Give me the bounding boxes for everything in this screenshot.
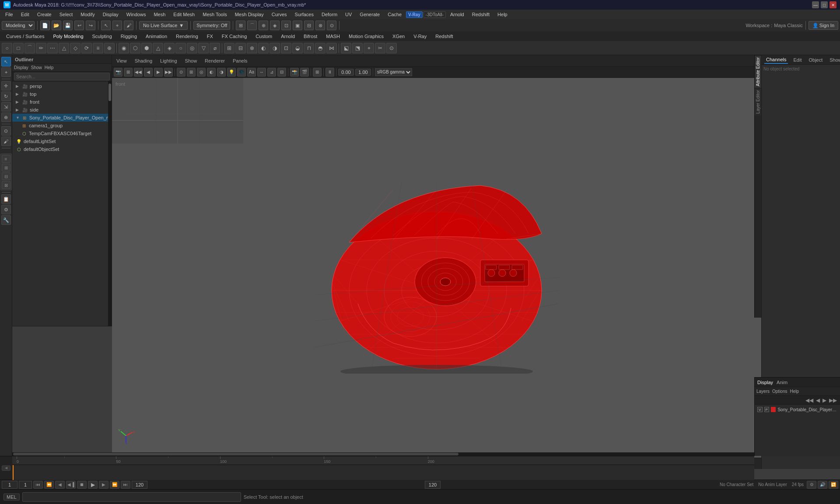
display-nav-next[interactable]: ▶	[821, 397, 828, 403]
tree-item-camera1-group[interactable]: ⊞ camera1_group	[12, 122, 112, 130]
mini-btn-3[interactable]: ⊟	[2, 172, 10, 180]
snap-curve-btn[interactable]: ⌒	[247, 21, 257, 30]
close-button[interactable]: ✕	[830, 1, 836, 8]
shelf-redshift[interactable]: Redshift	[433, 33, 455, 40]
display-tab-display[interactable]: Display	[757, 380, 773, 385]
shelf-animation[interactable]: Animation	[143, 33, 170, 40]
tree-item-persp[interactable]: ▶ 🎥 persp	[12, 82, 112, 90]
shelf-custom[interactable]: Custom	[253, 33, 275, 40]
shelf-icon-extrude[interactable]: ⊡	[281, 43, 291, 53]
shelf-icon-rotate[interactable]: ⟳	[81, 43, 92, 53]
vp-next-frame-btn[interactable]: ▶	[154, 68, 163, 77]
shelf-vray[interactable]: V-Ray	[411, 33, 429, 40]
menu-edit-mesh[interactable]: Edit Mesh	[170, 11, 198, 18]
pb-go-start-btn[interactable]: ⏮	[33, 481, 43, 489]
minimize-button[interactable]: —	[812, 1, 819, 8]
rotate-tool-left[interactable]: ↻	[1, 91, 11, 101]
shelf-icon-edge-loop[interactable]: ⬕	[341, 43, 351, 53]
shelf-icon-cone[interactable]: △	[153, 43, 163, 53]
timeline-horizontal-scroll[interactable]	[12, 452, 754, 456]
display-sub-options[interactable]: Options	[772, 389, 787, 394]
pb-stop-btn[interactable]: ⏹	[77, 481, 87, 489]
attr-editor-toggle[interactable]: ⚙	[1, 205, 11, 214]
tree-item-top[interactable]: ▶ 🎥 top	[12, 90, 112, 98]
maximize-button[interactable]: □	[821, 1, 828, 8]
shelf-sculpting[interactable]: Sculpting	[90, 33, 115, 40]
pb-next-key-btn[interactable]: ⏩	[110, 481, 119, 489]
shelf-icon-add[interactable]: ⊕	[104, 43, 115, 53]
vp-colorspace-select[interactable]: sRGB gamma	[375, 68, 412, 76]
shelf-icon-cylinder[interactable]: ⬢	[141, 43, 152, 53]
shelf-icon-dots[interactable]: ⋯	[47, 43, 58, 53]
no-live-surface-btn[interactable]: No Live Surface ▼	[139, 21, 188, 30]
display-nav-next-next[interactable]: ▶▶	[828, 397, 838, 403]
tab-edit[interactable]: Edit	[791, 56, 803, 63]
shelf-icon-fill[interactable]: ◓	[315, 43, 326, 53]
paint-sel-left[interactable]: 🖌	[1, 136, 11, 146]
pb-prev-key-btn[interactable]: ⏪	[44, 481, 54, 489]
shelf-icon-pen[interactable]: ✏	[36, 43, 46, 53]
display-nav-prev[interactable]: ◀	[815, 397, 821, 403]
menu-arnold[interactable]: Arnold	[447, 11, 468, 18]
vp-next-key-btn[interactable]: ▶▶	[164, 68, 173, 77]
tree-item-sony-group[interactable]: ▼ ⊞ Sony_Portable_Disc_Player_Open_nd	[12, 114, 112, 122]
menu-surfaces[interactable]: Surfaces	[291, 11, 317, 18]
redo-btn[interactable]: ↪	[86, 21, 95, 30]
outliner-menu-help[interactable]: Help	[45, 65, 54, 70]
shelf-bifrost[interactable]: Bifrost	[301, 33, 320, 40]
shelf-icon-smooth[interactable]: ◐	[258, 43, 269, 53]
vp-grid-btn[interactable]: ⊞	[313, 68, 322, 77]
vp-layout-btn[interactable]: ⊞	[124, 68, 133, 77]
current-frame-input[interactable]	[2, 481, 18, 489]
shelf-icon-combine[interactable]: ⊞	[224, 43, 234, 53]
shelf-rendering[interactable]: Rendering	[173, 33, 201, 40]
viewport-menu-shading[interactable]: Shading	[132, 57, 155, 64]
menu-windows[interactable]: Windows	[123, 11, 150, 18]
shelf-icon-box[interactable]: ⬡	[130, 43, 140, 53]
tree-item-defaultlightset[interactable]: 💡 defaultLightSet	[12, 137, 112, 145]
display-nav-prev-prev[interactable]: ◀◀	[804, 397, 815, 403]
undo-btn[interactable]: ↩	[74, 21, 84, 30]
shelf-icon-offset[interactable]: ⬔	[352, 43, 363, 53]
vp-wire-btn[interactable]: ⊞	[187, 68, 196, 77]
shelf-icon-sphere[interactable]: ◉	[119, 43, 129, 53]
shelf-icon-pyramid[interactable]: ▽	[198, 43, 209, 53]
shelf-icon-square[interactable]: □	[13, 43, 24, 53]
menu-help[interactable]: Help	[494, 11, 511, 18]
tool-settings-toggle[interactable]: 🔧	[1, 215, 11, 225]
display-tab-anim[interactable]: Anim	[777, 380, 788, 385]
viewport-menu-lighting[interactable]: Lighting	[158, 57, 180, 64]
vp-smooth-btn[interactable]: ◎	[197, 68, 206, 77]
layer-p-checkbox[interactable]: P	[764, 407, 770, 412]
tool-5[interactable]: ⊟	[304, 21, 314, 30]
vp-time-value[interactable]: 0.00	[338, 69, 354, 76]
tool-4[interactable]: ▣	[293, 21, 302, 30]
pb-audio-btn[interactable]: 🔊	[818, 481, 827, 489]
anim-end-input[interactable]	[425, 481, 441, 489]
shelf-curves-surfaces[interactable]: Curves / Surfaces	[4, 33, 47, 40]
menu-mesh-tools[interactable]: Mesh Tools	[199, 11, 230, 18]
shelf-arnold[interactable]: Arnold	[278, 33, 298, 40]
vp-camera-select-btn[interactable]: 📷	[114, 68, 122, 77]
display-sub-help[interactable]: Help	[790, 389, 799, 394]
vp-sel-highlight-btn[interactable]: ⊙	[177, 68, 186, 77]
tool-3[interactable]: ⊡	[281, 21, 291, 30]
viewport-menu-panels[interactable]: Panels	[230, 57, 250, 64]
tree-item-front[interactable]: ▶ 🎥 front	[12, 98, 112, 106]
shelf-icon-tri[interactable]: △	[59, 43, 69, 53]
modeling-mode-dropdown[interactable]: Modeling	[2, 21, 35, 30]
channel-box-toggle[interactable]: 📋	[1, 194, 11, 204]
outliner-scrollbar[interactable]	[108, 81, 112, 326]
pb-go-end-btn[interactable]: ⏭	[121, 481, 130, 489]
mel-indicator[interactable]: MEL	[4, 494, 20, 500]
timeline-content[interactable]	[12, 465, 754, 480]
range-end-input[interactable]	[132, 481, 147, 489]
sign-in-btn[interactable]: 👤 Sign In	[808, 21, 838, 30]
shelf-poly-modeling[interactable]: Poly Modeling	[50, 33, 86, 40]
paint-tool-btn[interactable]: 🖌	[124, 21, 133, 30]
shelf-rigging[interactable]: Rigging	[118, 33, 140, 40]
outliner-menu-show[interactable]: Show	[31, 65, 42, 70]
save-file-btn[interactable]: 💾	[63, 21, 73, 30]
vp-cam-btn[interactable]: 🎬	[300, 68, 309, 77]
vp-snapshot-btn[interactable]: 📸	[290, 68, 299, 77]
